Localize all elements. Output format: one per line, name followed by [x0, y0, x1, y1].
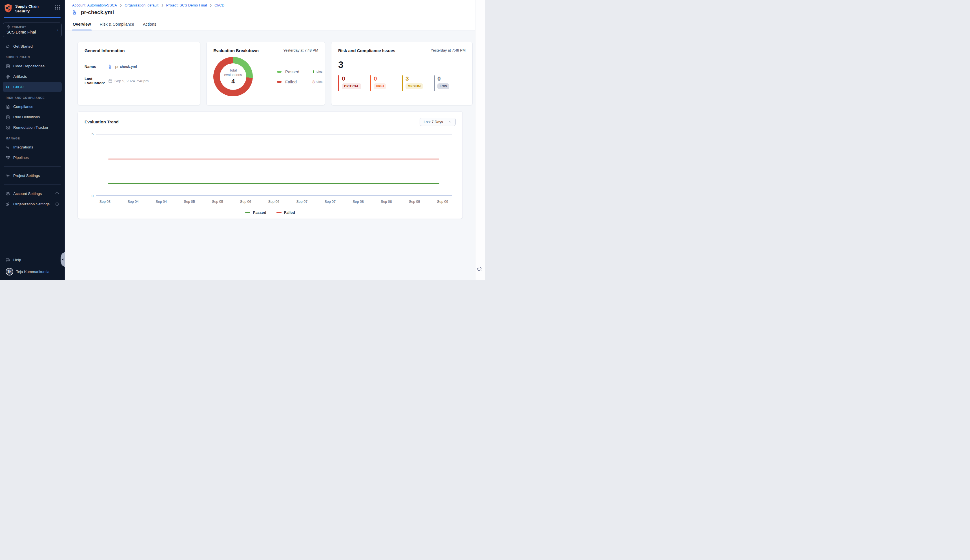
- severity-count: 3: [406, 75, 423, 82]
- general-information-card: General Information Name: pr-check.yml L…: [77, 42, 200, 105]
- y-axis-max-label: 5: [88, 132, 93, 136]
- chevron-right-icon: ❯: [209, 3, 212, 7]
- brand-divider: [4, 17, 60, 18]
- breadcrumb-account-link[interactable]: Account: Automation-SSCA: [72, 3, 117, 7]
- last-evaluation-label: Last Evaluation:: [85, 77, 108, 85]
- user-menu[interactable]: TK Teja Kummarikuntla: [3, 265, 62, 277]
- card-title: Risk and Compliance Issues: [338, 48, 396, 53]
- chevron-down-icon: [449, 120, 452, 123]
- severity-badge: CRITICAL: [342, 83, 361, 89]
- severity-critical: 0 CRITICAL: [338, 75, 370, 91]
- pipeline-icon: [72, 9, 78, 15]
- clipboard-check-icon: [6, 115, 10, 120]
- passed-count: 1: [312, 69, 314, 74]
- sidebar-item-integrations[interactable]: Integrations: [3, 142, 62, 152]
- org-chart-gear-icon: [6, 202, 10, 207]
- summary-cards-row: General Information Name: pr-check.yml L…: [77, 42, 463, 105]
- info-icon[interactable]: [55, 192, 59, 195]
- evaluation-breakdown-card: Evaluation Breakdown Yesterday at 7:48 P…: [206, 42, 325, 105]
- app-screen: Supply Chain Security PROJECT SCS Demo F…: [0, 0, 485, 280]
- severity-count: 0: [374, 75, 386, 82]
- severity-medium: 3 MEDIUM: [402, 75, 434, 91]
- severity-bar: [402, 75, 403, 91]
- home-icon: [6, 44, 10, 49]
- severity-high: 0 HIGH: [370, 75, 402, 91]
- severity-count: 0: [437, 75, 449, 82]
- avatar: TK: [6, 268, 13, 275]
- user-name: Teja Kummarikuntla: [16, 270, 50, 274]
- project-selector[interactable]: PROJECT SCS Demo Final ›: [3, 23, 62, 37]
- trend-legend-passed[interactable]: Passed: [245, 210, 266, 215]
- card-timestamp: Yesterday at 7:48 PM: [283, 48, 318, 52]
- severity-bar: [338, 75, 339, 91]
- severity-badge: LOW: [437, 83, 449, 89]
- gear-icon: [6, 173, 10, 178]
- page-header: Account: Automation-SSCA ❯ Organization:…: [65, 0, 475, 18]
- sidebar-item-cicd[interactable]: CI/CD: [3, 82, 62, 92]
- x-axis-labels: Sep 03Sep 04 Sep 04Sep 05 Sep 05Sep 06 S…: [100, 200, 448, 204]
- chevron-right-icon: ❯: [120, 3, 122, 7]
- supply-chain-security-logo-icon: [4, 4, 12, 14]
- breadcrumb-organization-link[interactable]: Organization: default: [125, 3, 159, 7]
- breadcrumb-project-link[interactable]: Project: SCS Demo Final: [166, 3, 207, 7]
- artifacts-icon: [6, 74, 10, 79]
- app-title: Supply Chain Security: [15, 4, 52, 14]
- sidebar-item-account-settings[interactable]: Account Settings: [3, 188, 62, 199]
- sidebar-item-project-settings[interactable]: Project Settings: [3, 170, 62, 181]
- title-row: pr-check.yml: [72, 9, 468, 15]
- infinity-icon: [6, 85, 10, 89]
- severity-row: 0 CRITICAL 0 HIGH: [338, 75, 466, 91]
- tab-bar: Overview Risk & Compliance Actions: [65, 18, 475, 30]
- sidebar-item-organization-settings[interactable]: Organization Settings: [3, 199, 62, 209]
- pipelines-icon: [6, 155, 10, 160]
- tab-actions[interactable]: Actions: [142, 18, 157, 30]
- trend-legend: Passed Failed: [85, 210, 456, 215]
- total-issues-value: 3: [338, 60, 466, 69]
- sidebar-item-help[interactable]: Help: [3, 255, 62, 265]
- failed-count: 3: [312, 80, 314, 84]
- project-selector-label: PROJECT: [7, 25, 58, 29]
- sidebar-item-get-started[interactable]: Get Started: [3, 41, 62, 52]
- sidebar-item-compliance[interactable]: Compliance: [3, 102, 62, 112]
- code-repo-icon: [6, 64, 10, 68]
- passed-swatch: [277, 71, 282, 73]
- chevron-right-icon: ❯: [161, 3, 164, 7]
- y-axis-min-label: 0: [88, 194, 93, 198]
- sidebar-bottom: Help TK Teja Kummarikuntla: [0, 250, 65, 280]
- trend-legend-failed[interactable]: Failed: [277, 210, 295, 215]
- pipeline-name-value: pr-check.yml: [108, 64, 137, 69]
- sidebar-item-code-repositories[interactable]: Code Repositories: [3, 61, 62, 71]
- tab-overview[interactable]: Overview: [72, 18, 92, 30]
- info-icon[interactable]: [55, 202, 59, 206]
- severity-bar: [434, 75, 434, 91]
- risk-compliance-issues-card: Risk and Compliance Issues Yesterday at …: [331, 42, 472, 105]
- sidebar-item-rule-definitions[interactable]: Rule Definitions: [3, 112, 62, 122]
- passed-line-swatch: [245, 212, 250, 213]
- calendar-icon: [108, 79, 112, 83]
- breakdown-body: Total evaluations 4 Passed 1 rules: [213, 57, 318, 96]
- logo-row: Supply Chain Security: [0, 0, 65, 17]
- cube-icon: [7, 25, 10, 29]
- breadcrumb-cicd-link[interactable]: CI/CD: [214, 3, 224, 7]
- project-selector-value: SCS Demo Final: [7, 30, 58, 34]
- chat-bubbles-icon[interactable]: [477, 266, 483, 272]
- sidebar-item-remediation-tracker[interactable]: Remediation Tracker: [3, 122, 62, 133]
- card-timestamp: Yesterday at 7:48 PM: [431, 48, 466, 52]
- section-manage: MANAGE: [6, 137, 59, 140]
- nav-divider: [4, 167, 60, 167]
- tab-risk-compliance[interactable]: Risk & Compliance: [99, 18, 135, 30]
- sidebar-item-pipelines[interactable]: Pipelines: [3, 152, 62, 163]
- content: General Information Name: pr-check.yml L…: [65, 30, 475, 219]
- sidebar-item-artifacts[interactable]: Artifacts: [3, 71, 62, 82]
- section-supply-chain: SUPPLY CHAIN: [6, 56, 59, 59]
- severity-low: 0 LOW: [434, 75, 466, 91]
- donut-center-label: Total evaluations: [221, 68, 245, 77]
- donut-center: Total evaluations 4: [213, 57, 253, 96]
- date-range-select[interactable]: Last 7 Days: [420, 118, 456, 126]
- module-grid-icon[interactable]: [55, 5, 60, 10]
- last-evaluation-value: Sep 9, 2024 7:48pm: [108, 79, 149, 83]
- breadcrumb: Account: Automation-SSCA ❯ Organization:…: [72, 3, 468, 7]
- trend-chart: 5 0 Sep 03Sep 04 Sep 04Sep 05 Sep 05Sep …: [96, 134, 452, 204]
- main-area: Account: Automation-SSCA ❯ Organization:…: [65, 0, 475, 280]
- layers-gear-icon: [6, 192, 10, 196]
